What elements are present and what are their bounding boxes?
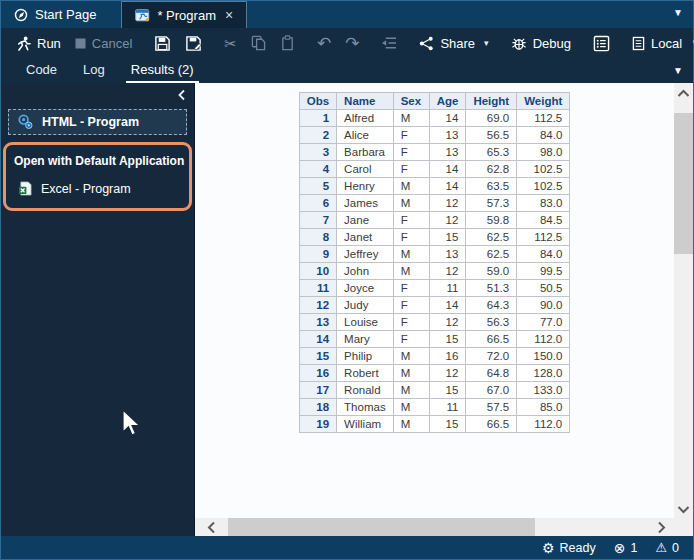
format-code-icon bbox=[381, 36, 397, 50]
tab-list-dropdown-icon[interactable]: ▼ bbox=[673, 7, 683, 18]
data-cell: M bbox=[393, 399, 429, 416]
copy-button[interactable] bbox=[244, 32, 273, 54]
tab-results[interactable]: Results (2) bbox=[118, 59, 207, 83]
share-button[interactable]: Share ▾ bbox=[412, 33, 495, 54]
data-cell: 51.3 bbox=[466, 280, 517, 297]
submission-status-button[interactable] bbox=[586, 32, 617, 55]
data-cell: Jane bbox=[337, 212, 394, 229]
table-row: 12JudyF1464.390.0 bbox=[299, 297, 570, 314]
scroll-down-icon[interactable] bbox=[677, 505, 690, 514]
table-row: 19WilliamM1566.5112.0 bbox=[299, 416, 570, 433]
obs-cell: 6 bbox=[299, 195, 336, 212]
callout-title: Open with Default Application bbox=[14, 154, 181, 168]
collapse-sidebar-icon[interactable] bbox=[177, 89, 186, 101]
debug-button[interactable]: Debug bbox=[504, 33, 578, 54]
data-cell: 14 bbox=[429, 161, 466, 178]
column-header: Weight bbox=[517, 93, 570, 110]
server-status: ⚙ Ready bbox=[542, 541, 596, 555]
data-cell: M bbox=[393, 263, 429, 280]
cancel-button[interactable]: Cancel bbox=[68, 33, 139, 54]
data-cell: Thomas bbox=[337, 399, 394, 416]
paste-button[interactable] bbox=[273, 32, 302, 54]
data-cell: 62.5 bbox=[466, 246, 517, 263]
obs-cell: 9 bbox=[299, 246, 336, 263]
data-cell: F bbox=[393, 144, 429, 161]
run-button[interactable]: Run bbox=[9, 33, 68, 54]
server-selector[interactable]: Local ▼ bbox=[625, 33, 694, 54]
tab-program[interactable]: * Program × bbox=[121, 1, 247, 28]
tab-code[interactable]: Code bbox=[13, 59, 70, 83]
scroll-up-icon[interactable] bbox=[677, 89, 690, 98]
result-item-html-program[interactable]: HTML - Program bbox=[8, 109, 187, 135]
table-row: 1AlfredM1469.0112.5 bbox=[299, 110, 570, 127]
data-cell: M bbox=[393, 195, 429, 212]
status-bar: ⚙ Ready ⊗ 1 ⚠ 0 bbox=[1, 536, 693, 559]
column-header: Sex bbox=[393, 93, 429, 110]
scroll-right-icon[interactable] bbox=[657, 521, 666, 534]
share-icon bbox=[419, 36, 434, 51]
table-row: 3BarbaraF1365.398.0 bbox=[299, 144, 570, 161]
results-table: ObsNameSexAgeHeightWeight 1AlfredM1469.0… bbox=[299, 92, 571, 433]
data-cell: M bbox=[393, 348, 429, 365]
tab-label: * Program bbox=[157, 8, 216, 23]
document-tab-bar: Start Page * Program × ▼ bbox=[1, 1, 693, 28]
paste-icon bbox=[280, 35, 295, 51]
data-cell: 15 bbox=[429, 229, 466, 246]
data-cell: 98.0 bbox=[517, 144, 570, 161]
scroll-left-icon[interactable] bbox=[207, 521, 216, 534]
obs-cell: 17 bbox=[299, 382, 336, 399]
table-row: 17RonaldM1567.0133.0 bbox=[299, 382, 570, 399]
undo-button[interactable]: ↶ bbox=[310, 32, 338, 55]
data-cell: 77.0 bbox=[517, 314, 570, 331]
tab-start-page[interactable]: Start Page bbox=[1, 1, 109, 28]
data-cell: 72.0 bbox=[466, 348, 517, 365]
tabs-dropdown-icon[interactable]: ▼ bbox=[673, 65, 683, 76]
save-icon bbox=[154, 35, 171, 52]
data-cell: F bbox=[393, 127, 429, 144]
data-cell: 56.5 bbox=[466, 127, 517, 144]
close-icon[interactable]: × bbox=[225, 7, 233, 23]
redo-button[interactable]: ↷ bbox=[338, 32, 366, 55]
table-row: 7JaneF1259.884.5 bbox=[299, 212, 570, 229]
obs-cell: 18 bbox=[299, 399, 336, 416]
vertical-scrollbar[interactable] bbox=[674, 83, 693, 518]
format-code-button[interactable] bbox=[374, 33, 404, 53]
obs-cell: 1 bbox=[299, 110, 336, 127]
vertical-scrollbar-thumb[interactable] bbox=[674, 113, 693, 254]
data-cell: M bbox=[393, 365, 429, 382]
horizontal-scrollbar-thumb[interactable] bbox=[228, 518, 535, 536]
horizontal-scrollbar[interactable] bbox=[195, 518, 674, 536]
data-cell: 66.5 bbox=[466, 416, 517, 433]
result-item-excel-program[interactable]: Excel - Program bbox=[14, 181, 181, 196]
data-cell: 102.5 bbox=[517, 161, 570, 178]
tab-log[interactable]: Log bbox=[70, 59, 118, 83]
data-cell: Carol bbox=[337, 161, 394, 178]
obs-cell: 19 bbox=[299, 416, 336, 433]
save-as-button[interactable] bbox=[178, 32, 209, 55]
data-cell: 14 bbox=[429, 297, 466, 314]
table-row: 4CarolF1462.8102.5 bbox=[299, 161, 570, 178]
cut-icon: ✂ bbox=[224, 36, 237, 51]
status-text: Ready bbox=[560, 541, 596, 555]
data-cell: 57.3 bbox=[466, 195, 517, 212]
data-cell: Barbara bbox=[337, 144, 394, 161]
table-row: 13LouiseF1256.377.0 bbox=[299, 314, 570, 331]
data-cell: 128.0 bbox=[517, 365, 570, 382]
data-cell: 13 bbox=[429, 144, 466, 161]
data-cell: Philip bbox=[337, 348, 394, 365]
results-sidebar: HTML - Program Open with Default Applica… bbox=[1, 83, 195, 536]
data-cell: William bbox=[337, 416, 394, 433]
error-counter[interactable]: ⊗ 1 bbox=[614, 541, 638, 555]
cut-button[interactable]: ✂ bbox=[217, 33, 244, 54]
data-cell: 102.5 bbox=[517, 178, 570, 195]
data-cell: M bbox=[393, 416, 429, 433]
view-tabs: Code Log Results (2) ▼ bbox=[1, 58, 693, 83]
data-cell: 12 bbox=[429, 314, 466, 331]
table-row: 2AliceF1356.584.0 bbox=[299, 127, 570, 144]
warning-counter[interactable]: ⚠ 0 bbox=[655, 541, 679, 555]
share-label: Share bbox=[440, 36, 475, 51]
save-button[interactable] bbox=[147, 32, 178, 55]
data-cell: 67.0 bbox=[466, 382, 517, 399]
warning-icon: ⚠ bbox=[655, 541, 667, 554]
data-cell: Henry bbox=[337, 178, 394, 195]
